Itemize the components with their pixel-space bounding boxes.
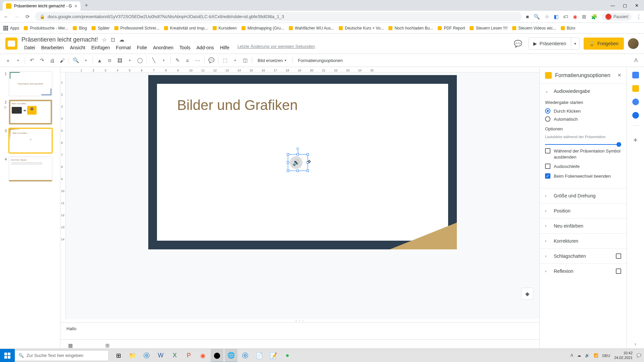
audio-object[interactable]: 🔊 ✥	[288, 154, 308, 171]
bookmark-item[interactable]: Blog	[73, 26, 87, 31]
recolor-section[interactable]: ›Neu einfärben	[540, 219, 627, 233]
minimize-icon[interactable]: —	[610, 3, 615, 8]
checkbox-hide-icon[interactable]: Während der Präsentation Symbol ausblend…	[545, 148, 621, 160]
thumbnail-3[interactable]: 3 Bilder und Grafiken ⊙	[3, 128, 57, 153]
undo-icon[interactable]: ↶	[27, 56, 37, 65]
menu-slide[interactable]: Folie	[134, 44, 150, 51]
radio-on-click[interactable]: Durch Klicken	[545, 108, 621, 114]
collapse-toolbar-icon[interactable]: ᐱ	[631, 56, 641, 65]
clock[interactable]: 10:42 24.02.2021	[614, 351, 633, 360]
checkbox-icon[interactable]	[616, 268, 621, 274]
document-title[interactable]: Präsentieren leicht gemacht!	[21, 36, 98, 43]
add-addon-icon[interactable]: +	[633, 136, 638, 144]
volume-slider[interactable]	[545, 144, 621, 145]
menu-insert[interactable]: Einfügen	[89, 44, 112, 51]
mask-icon[interactable]: ◫	[240, 56, 250, 65]
audio-playback-section[interactable]: ⌄ Audiowiedergabe	[540, 84, 627, 99]
checkbox-stop-on-change[interactable]: Beim Folienwechsel beenden	[545, 173, 621, 179]
speaker-notes[interactable]: Hallo	[60, 322, 539, 339]
back-icon[interactable]: ←	[3, 14, 9, 19]
bookmark-item[interactable]: Büro	[561, 26, 575, 31]
new-tab-button[interactable]: +	[85, 2, 88, 9]
reflection-section[interactable]: ›Reflexion	[540, 264, 627, 279]
new-slide-button[interactable]: +	[3, 56, 13, 65]
share-button[interactable]: 🔒 Freigeben	[584, 38, 624, 50]
menu-arrange[interactable]: Anordnen	[150, 44, 176, 51]
menu-format[interactable]: Format	[113, 44, 133, 51]
radio-automatic[interactable]: Automatisch	[545, 116, 621, 122]
reload-icon[interactable]: ⟳	[24, 14, 31, 20]
close-tab-icon[interactable]: ×	[74, 3, 77, 9]
bookmark-item[interactable]: Steuern Videos wic...	[512, 26, 556, 31]
explorer-icon[interactable]: 📁	[126, 349, 139, 362]
chevron-down-icon[interactable]: ▼	[159, 56, 168, 65]
slides-logo-icon[interactable]	[5, 38, 17, 50]
tray-chevron-icon[interactable]: ᐱ	[571, 353, 573, 358]
explore-button[interactable]: ◆	[521, 288, 533, 300]
select-tool-icon[interactable]: ▲	[95, 56, 104, 65]
video-icon[interactable]: ■	[526, 14, 529, 19]
app-icon-2[interactable]: 📝	[267, 349, 280, 362]
image-icon[interactable]: 🖼	[115, 56, 124, 65]
slide-canvas[interactable]: Bilder und Grafiken 🔊 ✥	[66, 72, 539, 319]
brave-icon[interactable]: ◉	[197, 349, 209, 362]
comments-icon[interactable]: 💬	[512, 38, 524, 50]
menu-help[interactable]: Hilfe	[217, 44, 232, 51]
apps-shortcut[interactable]: Apps	[3, 26, 19, 31]
zoom-icon[interactable]: 🔍	[534, 14, 540, 20]
border-weight-icon[interactable]: ≡	[183, 56, 192, 65]
size-rotation-section[interactable]: ›Größe und Drehung	[540, 188, 627, 203]
vertical-ruler[interactable]: 1234567891011121314	[60, 72, 66, 319]
replace-image-button[interactable]: Bild ersetzen▼	[254, 58, 290, 63]
contacts-icon[interactable]	[632, 112, 639, 119]
shape-icon[interactable]: ◯	[135, 56, 145, 65]
bookmark-item[interactable]: Noch hochladen Bu...	[388, 26, 433, 31]
bookmark-item[interactable]: Später	[92, 26, 109, 31]
start-button[interactable]	[0, 349, 15, 362]
menu-addons[interactable]: Add-ons	[194, 44, 217, 51]
corrections-section[interactable]: ›Korrekturen	[540, 234, 627, 248]
menu-file[interactable]: Datei	[21, 44, 38, 51]
filmstrip-view-icon[interactable]: ▦	[67, 343, 74, 348]
chevron-down-icon[interactable]: ▼	[13, 56, 23, 65]
forward-icon[interactable]: →	[13, 14, 20, 19]
bookmark-item[interactable]: Produktsuche - Mer...	[24, 26, 68, 31]
slide-title-text[interactable]: Bilder und Grafiken	[177, 97, 428, 113]
present-button[interactable]: ▶ Präsentieren	[529, 38, 571, 49]
format-options-button[interactable]: Formatierungsoptionen	[294, 58, 346, 63]
line-icon[interactable]: ╲	[149, 56, 158, 65]
menu-edit[interactable]: Bearbeiten	[39, 44, 67, 51]
star-outline-icon[interactable]: ☆	[102, 37, 107, 43]
extension-icon-4[interactable]: ⊞	[582, 14, 586, 20]
menu-tools[interactable]: Tools	[177, 44, 193, 51]
border-color-icon[interactable]: ✎	[173, 56, 182, 65]
extension-icon-2[interactable]: 🏷	[563, 14, 568, 19]
drop-shadow-section[interactable]: ›Schlagschatten	[540, 249, 627, 263]
task-view-icon[interactable]: ⊞	[112, 349, 125, 362]
close-sidebar-icon[interactable]: ×	[618, 72, 621, 79]
bookmark-item[interactable]: Mindmapping (Gru...	[241, 26, 284, 31]
maximize-icon[interactable]: ▢	[623, 3, 627, 8]
bookmark-item[interactable]: Professionell Schrei...	[114, 26, 159, 31]
app-icon[interactable]: 📄	[253, 349, 266, 362]
chevron-down-icon[interactable]: ▼	[230, 56, 240, 65]
collapse-rail-icon[interactable]: ›	[635, 341, 636, 347]
powerpoint-icon[interactable]: P	[182, 349, 195, 362]
notifications-icon[interactable]: 💬	[637, 353, 641, 358]
zoom-icon[interactable]: 🔍	[71, 56, 80, 65]
tasks-icon[interactable]	[632, 99, 639, 105]
spotify-icon[interactable]: ●	[281, 349, 294, 362]
volume-icon[interactable]: 🔊	[585, 353, 590, 358]
extension-icon[interactable]: ◧	[554, 14, 558, 20]
star-icon[interactable]: ☆	[545, 14, 549, 20]
comment-add-icon[interactable]: 💬	[207, 56, 216, 65]
text-box-icon[interactable]: ⧈	[105, 56, 114, 65]
move-folder-icon[interactable]: ⊡	[111, 37, 115, 43]
obs-icon[interactable]: ⬤	[211, 349, 223, 362]
keep-icon[interactable]	[632, 85, 639, 92]
present-dropdown[interactable]: ▼	[571, 38, 579, 49]
bookmark-item[interactable]: Steuern Lesen !!!!	[470, 26, 507, 31]
calendar-icon[interactable]	[632, 72, 639, 78]
browser-tab[interactable]: Präsentieren leicht gemacht! - G ×	[3, 1, 80, 11]
checkbox-icon[interactable]	[616, 253, 621, 259]
